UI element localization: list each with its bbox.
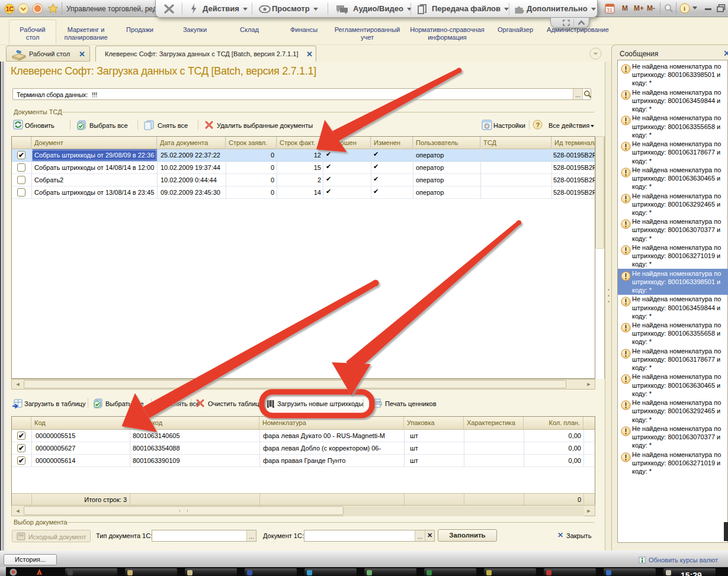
svg-text:1C: 1C: [6, 6, 14, 12]
svg-text:i: i: [684, 5, 685, 12]
svg-text:?: ?: [536, 121, 540, 128]
svg-text:31: 31: [607, 7, 612, 13]
